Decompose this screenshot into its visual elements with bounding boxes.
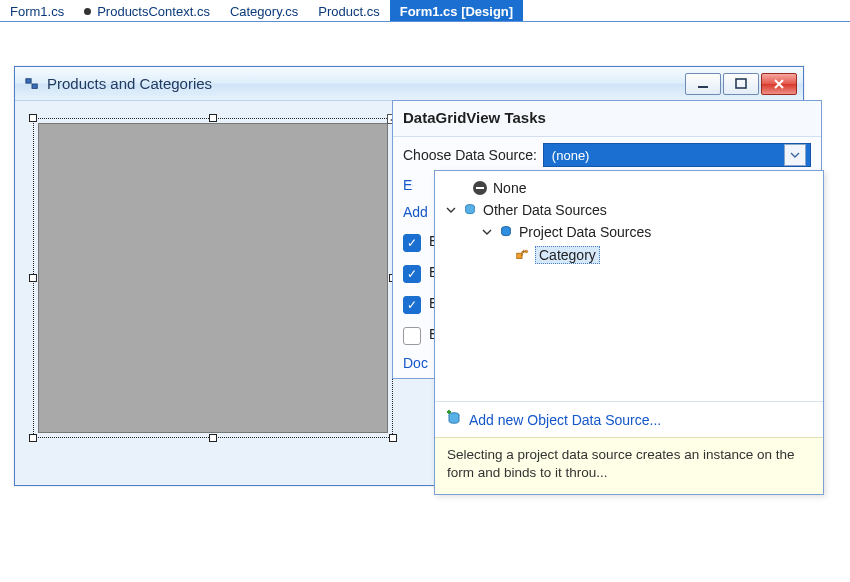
data-source-hint: Selecting a project data source creates … <box>435 437 823 494</box>
expand-toggle-icon[interactable] <box>481 227 493 237</box>
choose-data-source-label: Choose Data Source: <box>403 147 537 163</box>
tasks-panel-title: DataGridView Tasks <box>393 101 821 137</box>
tree-node-category[interactable]: Category <box>439 243 819 267</box>
expand-toggle-icon[interactable] <box>445 205 457 215</box>
tab-form1-design[interactable]: Form1.cs [Design] <box>390 0 523 21</box>
resize-handle[interactable] <box>209 434 217 442</box>
add-database-icon <box>445 410 461 429</box>
choose-data-source-row: Choose Data Source: (none) <box>393 137 821 173</box>
enable-column-reorder-checkbox[interactable]: ✓ <box>403 327 421 345</box>
tree-node-other-data-sources[interactable]: Other Data Sources <box>439 199 819 221</box>
datagridview-selection[interactable]: ◂ <box>33 118 393 438</box>
data-source-dropdown[interactable]: (none) <box>543 143 811 167</box>
tab-product-cs[interactable]: Product.cs <box>308 0 389 21</box>
tree-node-project-data-sources[interactable]: Project Data Sources <box>439 221 819 243</box>
data-source-popup: None Other Data Sources <box>434 170 824 495</box>
svg-rect-2 <box>698 86 708 88</box>
maximize-button[interactable] <box>723 73 759 95</box>
window-controls <box>685 73 797 95</box>
svg-rect-0 <box>26 78 31 82</box>
tab-label: ProductsContext.cs <box>97 4 210 19</box>
window-icon <box>25 77 39 91</box>
tree-node-label: Project Data Sources <box>519 224 651 240</box>
object-icon <box>515 248 529 262</box>
document-tab-strip: Form1.cs ProductsContext.cs Category.cs … <box>0 0 850 22</box>
add-new-object-data-source-link[interactable]: Add new Object Data Source... <box>435 401 823 437</box>
close-button[interactable] <box>761 73 797 95</box>
svg-rect-3 <box>736 79 746 88</box>
add-new-data-source-label: Add new Object Data Source... <box>469 412 661 428</box>
svg-point-7 <box>525 250 527 252</box>
tab-category-cs[interactable]: Category.cs <box>220 0 308 21</box>
data-source-selected: (none) <box>552 148 590 163</box>
tab-label: Category.cs <box>230 4 298 19</box>
tab-label: Form1.cs <box>10 4 64 19</box>
modified-dot-icon <box>84 8 91 15</box>
tab-form1-cs[interactable]: Form1.cs <box>0 0 74 21</box>
child-window-titlebar[interactable]: Products and Categories <box>15 67 803 101</box>
resize-handle[interactable] <box>389 434 397 442</box>
enable-editing-checkbox[interactable]: ✓ <box>403 265 421 283</box>
chevron-down-icon[interactable] <box>784 144 806 166</box>
data-source-tree[interactable]: None Other Data Sources <box>435 171 823 401</box>
database-icon <box>499 225 513 239</box>
resize-handle[interactable] <box>209 114 217 122</box>
tab-productscontext-cs[interactable]: ProductsContext.cs <box>74 0 220 21</box>
datagridview-control[interactable] <box>38 123 388 433</box>
tree-node-none[interactable]: None <box>439 177 819 199</box>
resize-handle[interactable] <box>29 434 37 442</box>
tab-label: Product.cs <box>318 4 379 19</box>
database-icon <box>463 203 477 217</box>
tree-node-label: Other Data Sources <box>483 202 607 218</box>
minimize-button[interactable] <box>685 73 721 95</box>
child-window-title: Products and Categories <box>47 75 677 92</box>
none-icon <box>473 181 487 195</box>
tab-label: Form1.cs [Design] <box>400 4 513 19</box>
svg-rect-1 <box>32 84 37 88</box>
svg-rect-6 <box>517 253 522 258</box>
resize-handle[interactable] <box>29 274 37 282</box>
tree-node-label: Category <box>535 246 600 264</box>
tree-node-label: None <box>493 180 526 196</box>
resize-handle[interactable] <box>29 114 37 122</box>
enable-adding-checkbox[interactable]: ✓ <box>403 234 421 252</box>
enable-deleting-checkbox[interactable]: ✓ <box>403 296 421 314</box>
